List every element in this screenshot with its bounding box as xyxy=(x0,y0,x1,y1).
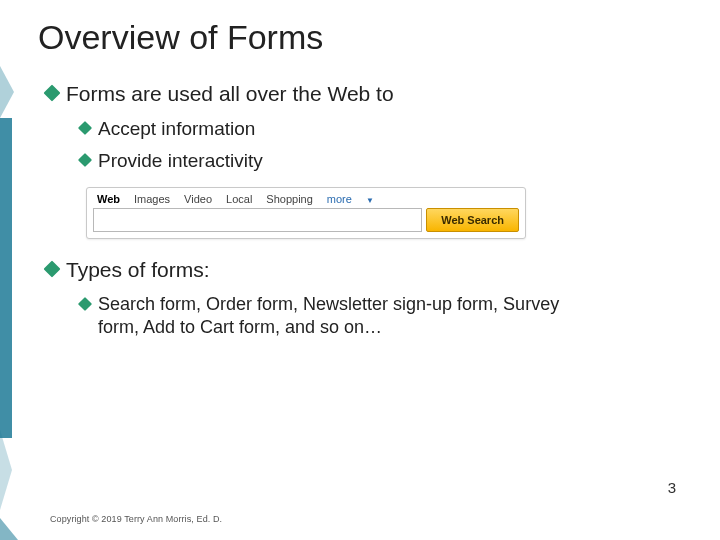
diamond-bullet-icon xyxy=(78,121,92,135)
bullet-list: Forms are used all over the Web to Accep… xyxy=(38,81,690,338)
tab-local: Local xyxy=(226,193,252,205)
list-item: Provide interactivity xyxy=(80,149,690,173)
list-item: Types of forms: Search form, Order form,… xyxy=(46,257,690,338)
web-search-button: Web Search xyxy=(426,208,519,232)
diamond-bullet-icon xyxy=(44,260,61,277)
decoration-triangle xyxy=(0,66,14,118)
diamond-bullet-icon xyxy=(78,297,92,311)
list-item: Forms are used all over the Web to Accep… xyxy=(46,81,690,173)
list-item: Search form, Order form, Newsletter sign… xyxy=(80,293,690,338)
decoration-triangle xyxy=(0,518,18,540)
diamond-bullet-icon xyxy=(78,153,92,167)
tab-images: Images xyxy=(134,193,170,205)
page-number: 3 xyxy=(668,479,676,496)
bullet-text: Types of forms: xyxy=(66,257,210,283)
list-item: Accept information xyxy=(80,117,690,141)
tab-web: Web xyxy=(97,193,120,205)
slide-content: Overview of Forms Forms are used all ove… xyxy=(38,18,690,520)
bullet-text: Accept information xyxy=(98,117,255,141)
search-widget-illustration: Web Images Video Local Shopping more ▼ W… xyxy=(46,187,690,239)
decoration-bar xyxy=(0,118,12,438)
tab-video: Video xyxy=(184,193,212,205)
decoration-triangle xyxy=(0,430,12,510)
search-tabs: Web Images Video Local Shopping more ▼ xyxy=(87,188,525,208)
bullet-text: Forms are used all over the Web to xyxy=(66,81,394,107)
slide-title: Overview of Forms xyxy=(38,18,690,57)
tab-shopping: Shopping xyxy=(266,193,313,205)
chevron-down-icon: ▼ xyxy=(366,196,374,205)
diamond-bullet-icon xyxy=(44,85,61,102)
bullet-text: Search form, Order form, Newsletter sign… xyxy=(98,293,598,338)
copyright-notice: Copyright © 2019 Terry Ann Morris, Ed. D… xyxy=(50,514,222,524)
search-widget: Web Images Video Local Shopping more ▼ W… xyxy=(86,187,526,239)
search-input xyxy=(93,208,422,232)
bullet-text: Provide interactivity xyxy=(98,149,263,173)
tab-more: more xyxy=(327,193,352,205)
